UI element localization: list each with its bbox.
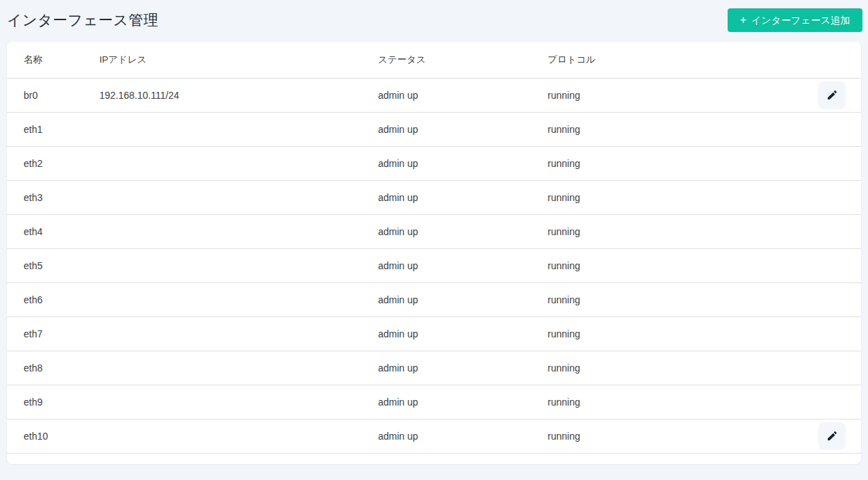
cell-status: admin up bbox=[378, 385, 548, 419]
cell-protocol: running bbox=[548, 385, 797, 419]
cell-ip bbox=[99, 282, 378, 317]
table-row: eth6 admin up running bbox=[7, 282, 861, 317]
cell-status: admin up bbox=[378, 112, 548, 146]
cell-actions bbox=[797, 214, 861, 248]
cell-status: admin up bbox=[378, 180, 548, 214]
pencil-icon bbox=[826, 430, 838, 442]
cell-name: eth3 bbox=[7, 180, 99, 214]
cell-ip: 192.168.10.111/24 bbox=[99, 78, 378, 112]
cell-actions bbox=[797, 180, 861, 214]
col-header-actions bbox=[797, 42, 861, 78]
cell-name: eth9 bbox=[7, 385, 99, 419]
table-row: eth1 admin up running bbox=[7, 112, 861, 146]
cell-name: eth6 bbox=[7, 282, 99, 317]
table-row: eth9 admin up running bbox=[7, 385, 861, 419]
cell-protocol: running bbox=[548, 317, 797, 351]
page-header: インターフェース管理 + インターフェース追加 bbox=[0, 0, 868, 42]
cell-protocol: running bbox=[548, 248, 797, 282]
table-row: eth7 admin up running bbox=[7, 317, 861, 351]
cell-ip bbox=[99, 180, 378, 214]
table-row: eth8 admin up running bbox=[7, 351, 861, 385]
cell-name: eth8 bbox=[7, 351, 99, 385]
cell-name: eth2 bbox=[7, 146, 99, 180]
cell-status: admin up bbox=[378, 214, 548, 248]
interface-table: 名称 IPアドレス ステータス プロトコル br0 192.168.10.111… bbox=[7, 42, 861, 454]
cell-protocol: running bbox=[548, 214, 797, 248]
cell-ip bbox=[99, 146, 378, 180]
cell-status: admin up bbox=[378, 419, 548, 453]
cell-name: eth10 bbox=[7, 419, 99, 453]
cell-ip bbox=[99, 419, 378, 453]
edit-interface-button[interactable] bbox=[818, 81, 846, 109]
cell-status: admin up bbox=[378, 78, 548, 112]
table-row: eth3 admin up running bbox=[7, 180, 861, 214]
page-title: インターフェース管理 bbox=[7, 10, 158, 30]
cell-protocol: running bbox=[548, 78, 797, 112]
col-header-protocol: プロトコル bbox=[548, 42, 797, 78]
cell-actions bbox=[797, 282, 861, 317]
interface-table-card: 名称 IPアドレス ステータス プロトコル br0 192.168.10.111… bbox=[7, 42, 861, 464]
cell-name: br0 bbox=[7, 78, 99, 112]
add-interface-label: インターフェース追加 bbox=[751, 15, 850, 25]
pencil-icon bbox=[826, 89, 838, 101]
cell-ip bbox=[99, 385, 378, 419]
cell-ip bbox=[99, 112, 378, 146]
cell-actions bbox=[797, 248, 861, 282]
cell-status: admin up bbox=[378, 146, 548, 180]
cell-protocol: running bbox=[548, 419, 797, 453]
cell-ip bbox=[99, 351, 378, 385]
cell-ip bbox=[99, 214, 378, 248]
table-row: eth2 admin up running bbox=[7, 146, 861, 180]
cell-name: eth1 bbox=[7, 112, 99, 146]
cell-actions bbox=[797, 419, 861, 453]
cell-actions bbox=[797, 385, 861, 419]
col-header-status: ステータス bbox=[378, 42, 548, 78]
cell-protocol: running bbox=[548, 351, 797, 385]
table-row: eth4 admin up running bbox=[7, 214, 861, 248]
cell-ip bbox=[99, 248, 378, 282]
cell-actions bbox=[797, 146, 861, 180]
table-header-row: 名称 IPアドレス ステータス プロトコル bbox=[7, 42, 861, 78]
cell-status: admin up bbox=[378, 282, 548, 317]
col-header-ip: IPアドレス bbox=[99, 42, 378, 78]
cell-name: eth4 bbox=[7, 214, 99, 248]
table-row: br0 192.168.10.111/24 admin up running bbox=[7, 78, 861, 112]
cell-actions bbox=[797, 78, 861, 112]
cell-protocol: running bbox=[548, 112, 797, 146]
cell-actions bbox=[797, 112, 861, 146]
cell-protocol: running bbox=[548, 282, 797, 317]
cell-actions bbox=[797, 317, 861, 351]
add-interface-button[interactable]: + インターフェース追加 bbox=[728, 8, 862, 32]
cell-actions bbox=[797, 351, 861, 385]
cell-protocol: running bbox=[548, 180, 797, 214]
col-header-name: 名称 bbox=[7, 42, 99, 78]
cell-ip bbox=[99, 317, 378, 351]
cell-name: eth5 bbox=[7, 248, 99, 282]
table-row: eth5 admin up running bbox=[7, 248, 861, 282]
plus-icon: + bbox=[740, 15, 746, 26]
cell-status: admin up bbox=[378, 351, 548, 385]
table-row: eth10 admin up running bbox=[7, 419, 861, 453]
cell-protocol: running bbox=[548, 146, 797, 180]
cell-name: eth7 bbox=[7, 317, 99, 351]
edit-interface-button[interactable] bbox=[818, 422, 846, 450]
cell-status: admin up bbox=[378, 248, 548, 282]
cell-status: admin up bbox=[378, 317, 548, 351]
